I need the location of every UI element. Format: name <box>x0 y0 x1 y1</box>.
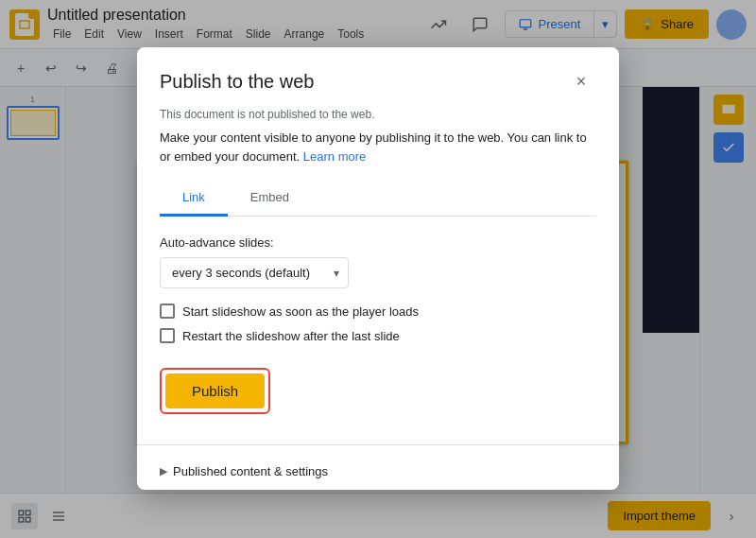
tabs-row: Link Embed <box>160 181 596 217</box>
auto-advance-select[interactable]: every 3 seconds (default) every 1 second… <box>160 257 349 288</box>
publish-btn-wrapper: Publish <box>160 368 270 414</box>
triangle-icon: ▶ <box>160 465 167 477</box>
checkbox-autostart[interactable] <box>160 304 175 319</box>
checkbox-row-2: Restart the slideshow after the last sli… <box>160 328 596 343</box>
published-settings-row[interactable]: ▶ Published content & settings <box>137 453 619 490</box>
learn-more-link[interactable]: Learn more <box>303 149 366 164</box>
dialog-close-button[interactable]: × <box>566 66 596 96</box>
dialog-divider <box>137 444 619 445</box>
checkbox-restart-label: Restart the slideshow after the last sli… <box>182 329 400 343</box>
tab-link[interactable]: Link <box>160 181 228 217</box>
app-container: Untitled presentation File Edit View Ins… <box>0 0 756 538</box>
publish-dialog: Publish to the web × This document is no… <box>137 47 619 490</box>
checkbox-restart[interactable] <box>160 328 175 343</box>
select-wrapper: every 3 seconds (default) every 1 second… <box>160 257 349 288</box>
dialog-note: This document is not published to the we… <box>160 108 596 121</box>
dialog-title: Publish to the web <box>160 71 314 93</box>
publish-button[interactable]: Publish <box>165 373 265 408</box>
tab-embed[interactable]: Embed <box>228 181 312 217</box>
dialog-desc: Make your content visible to anyone by p… <box>160 129 596 165</box>
dialog-desc-text: Make your content visible to anyone by p… <box>160 130 587 164</box>
auto-advance-label: Auto-advance slides: <box>160 235 596 250</box>
checkbox-row-1: Start slideshow as soon as the player lo… <box>160 304 596 319</box>
dialog-body: This document is not published to the we… <box>137 108 619 437</box>
checkbox-autostart-label: Start slideshow as soon as the player lo… <box>182 304 419 319</box>
published-settings-label: Published content & settings <box>173 464 328 478</box>
dialog-header: Publish to the web × <box>137 47 619 108</box>
